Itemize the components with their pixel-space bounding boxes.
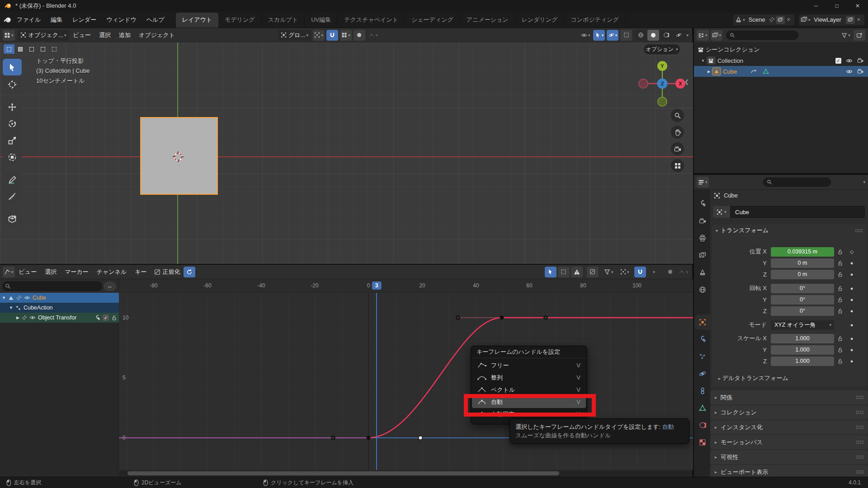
menu-item-free[interactable]: フリーV (472, 359, 586, 371)
section-relations[interactable]: ▸関係 (710, 390, 868, 404)
animate-dot-icon[interactable]: ● (846, 336, 858, 341)
tool-rotate[interactable] (3, 115, 22, 132)
location-z-field[interactable]: 0 m (771, 270, 834, 279)
xray-toggle[interactable] (620, 30, 632, 41)
camera-view-button[interactable] (671, 142, 684, 155)
outliner-filter-dropdown[interactable]: ▾ (840, 30, 852, 41)
falloff-dropdown[interactable]: ▾ (367, 30, 379, 41)
animate-dot-icon[interactable]: ● (846, 286, 858, 291)
tab-object-data[interactable] (695, 400, 710, 416)
channel-enable-checkbox[interactable]: ✓ (103, 314, 109, 321)
mode-dropdown[interactable]: オブジェク...▾ (18, 30, 69, 41)
channel-action-name[interactable]: CubeAction (24, 305, 53, 311)
section-motion-paths[interactable]: ▸モーションパス (710, 435, 868, 449)
select-mode-new[interactable] (4, 44, 14, 54)
animate-dot-icon[interactable]: ● (846, 358, 858, 364)
menu-render[interactable]: レンダー (67, 12, 101, 28)
tab-tool[interactable] (695, 196, 710, 211)
select-mode-invert[interactable] (38, 44, 48, 54)
tab-uv-editing[interactable]: UV編集 (305, 13, 338, 28)
blender-menu-icon[interactable] (4, 16, 12, 24)
tab-particles[interactable] (695, 349, 710, 364)
tab-texture[interactable] (695, 435, 710, 450)
expand-icon[interactable]: ▼ (701, 59, 705, 63)
snap-settings-dropdown[interactable]: ▾ (340, 30, 352, 41)
tab-shading[interactable]: シェーディング (405, 13, 460, 28)
shading-wireframe-button[interactable] (635, 30, 646, 41)
lock-icon[interactable] (834, 358, 846, 364)
expand-icon[interactable]: ▶ (708, 70, 710, 74)
close-button[interactable]: ✕ (847, 0, 868, 12)
graph-menu-key[interactable]: キー (131, 265, 151, 279)
outliner-display-mode-dropdown[interactable]: ▾ (697, 30, 709, 41)
tool-measure[interactable] (3, 188, 22, 205)
handle-point[interactable] (456, 316, 460, 319)
animate-dot-icon[interactable]: ● (846, 308, 858, 314)
section-collections[interactable]: ▸コレクション (710, 405, 868, 419)
options-dropdown[interactable]: オプション▾ (644, 44, 680, 54)
only-errors-toggle[interactable] (571, 267, 583, 277)
eye-icon[interactable] (846, 57, 853, 64)
tab-rendering[interactable]: レンダリング (515, 13, 565, 28)
unlink-scene-icon[interactable]: ✕ (785, 17, 793, 23)
menu-item-aligned[interactable]: 整列V (472, 371, 586, 384)
rotation-y-field[interactable]: 0° (771, 295, 834, 305)
eye-icon[interactable] (846, 68, 853, 75)
new-scene-button[interactable] (776, 16, 785, 24)
tool-cursor[interactable] (3, 76, 22, 93)
tab-world[interactable] (695, 282, 710, 297)
graph-menu-view[interactable]: ビュー (15, 265, 41, 279)
scene-selector[interactable]: ▾ Scene ✕ (733, 14, 794, 25)
lock-icon[interactable] (834, 260, 846, 266)
object-name-field[interactable]: Cube (730, 206, 865, 218)
cube-label[interactable]: Cube (723, 68, 737, 75)
handle-point[interactable] (331, 436, 335, 440)
properties-options-dropdown[interactable]: ▾ (863, 180, 865, 184)
tab-layout[interactable]: レイアウト (176, 13, 219, 28)
keyframe-diamond-icon[interactable]: ◇ (846, 249, 858, 255)
graph-menu-channel[interactable]: チャンネル (93, 265, 131, 279)
tab-view-layer[interactable] (695, 248, 710, 263)
viewlayer-selector[interactable]: ▾ ViewLayer ✕ (799, 14, 864, 25)
tool-move[interactable] (3, 99, 22, 115)
select-mode-extend[interactable] (15, 44, 26, 54)
vp-menu-view[interactable]: ビュー (69, 28, 95, 42)
section-instancing[interactable]: ▸インスタンス化 (710, 420, 868, 434)
viewlayer-name[interactable]: ViewLayer (810, 16, 844, 23)
camera-render-icon[interactable] (857, 68, 863, 75)
location-y-field[interactable]: 0 m (771, 258, 834, 268)
expand-icon[interactable]: ▶ (16, 315, 19, 320)
scrollbar-thumb[interactable] (127, 471, 559, 475)
object-id-icon[interactable]: ▾ (713, 206, 730, 218)
lock-icon[interactable] (834, 249, 846, 255)
location-x-field[interactable]: 0.039315 m (771, 247, 834, 257)
animate-dot-icon[interactable]: ● (846, 272, 858, 277)
handle-point-selected[interactable] (419, 436, 422, 440)
channel-row-action[interactable]: ▼ CubeAction (0, 303, 119, 313)
scene-collection-label[interactable]: シーンコレクション (706, 46, 760, 54)
navigation-gizmo[interactable]: Y X Z (638, 58, 688, 108)
properties-search[interactable] (763, 178, 831, 187)
normalize-toggle[interactable]: 正規化 (151, 267, 184, 277)
camera-render-icon[interactable] (857, 57, 863, 64)
pin-icon[interactable] (769, 17, 775, 23)
lock-icon[interactable] (834, 272, 846, 277)
eye-icon[interactable] (24, 295, 30, 301)
invert-filter-button[interactable]: ↔ (104, 282, 116, 291)
exclude-checkbox[interactable]: ✓ (835, 58, 841, 64)
pivot-dropdown[interactable]: ▾ (618, 267, 630, 277)
outliner-filter-id-dropdown[interactable]: ▾ (711, 30, 723, 41)
scale-x-field[interactable]: 1.000 (771, 334, 834, 343)
lock-icon[interactable] (834, 286, 846, 291)
vp-menu-object[interactable]: オブジェクト (135, 28, 179, 42)
shading-material-button[interactable] (660, 30, 672, 41)
eye-icon[interactable] (29, 314, 36, 321)
tab-render[interactable] (695, 213, 710, 229)
channel-object-name[interactable]: Cube (33, 295, 46, 301)
frame-ruler[interactable]: -80 -60 -40 -20 0 20 40 60 80 100 3 (119, 279, 693, 293)
outliner-row-collection[interactable]: ▼ Collection ✓ (694, 55, 868, 66)
snap-toggle[interactable] (326, 30, 338, 41)
rotation-z-field[interactable]: 0° (771, 306, 834, 316)
select-mode-subtract[interactable] (26, 44, 37, 54)
lock-icon[interactable] (834, 336, 846, 342)
